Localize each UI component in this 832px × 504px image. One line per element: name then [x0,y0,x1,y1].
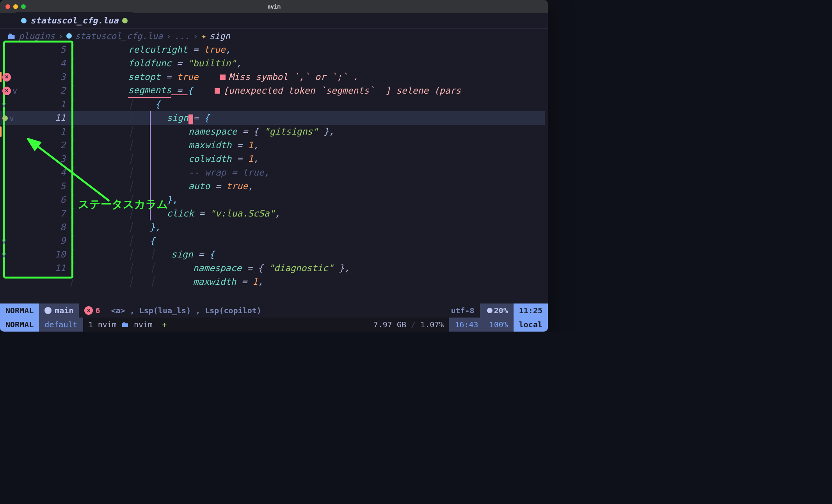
modified-icon [122,18,128,23]
tmux-time: 16:43 [449,318,484,332]
chevron-right-icon: › [58,30,63,43]
status-column[interactable]: 3 [0,152,69,166]
breadcrumb-folder[interactable]: plugins [19,30,55,43]
status-column[interactable]: 5 [0,43,69,57]
status-column[interactable]: v 10 [0,248,69,261]
status-column[interactable]: 7 [0,207,69,220]
freebsd-icon [487,308,492,313]
git-change-bar [0,72,2,82]
statusline-branch[interactable]: main [39,303,79,318]
status-column[interactable]: 4 [0,57,69,70]
folder-icon: 🖿 [121,319,129,330]
status-column[interactable]: 4 [0,166,69,179]
statusline-percent: 20% [480,303,514,318]
fold-marker-icon[interactable]: v [12,85,17,97]
tabline: statuscol_cfg.lua [0,13,548,29]
diagnostic-marker-icon [215,88,220,94]
breadcrumb-file[interactable]: statuscol_cfg.lua [75,30,163,43]
status-column[interactable]: 1 [0,125,69,138]
statusline-encoding: utf-8 [445,303,480,318]
fold-marker-icon[interactable]: v [2,249,6,261]
fold-marker-icon[interactable]: v [2,235,6,247]
breadcrumb-symbol[interactable]: sign [210,30,230,43]
status-column[interactable]: 5 [0,179,69,193]
chevron-right-icon: › [193,30,198,43]
status-column[interactable]: 8 [0,220,69,234]
symbol-icon: ✦ [201,30,206,43]
tab-filename: statuscol_cfg.lua [30,14,118,27]
status-column[interactable]: 6 [0,193,69,207]
status-column[interactable]: 11 [0,261,69,275]
git-change-bar [0,126,2,137]
statusline-diagnostics[interactable]: × 6 [79,303,105,318]
code-area[interactable]: ステータスカラム 5 │ relculright = true, 4 │ fol… [0,43,548,303]
tmux-session[interactable]: default [39,318,83,332]
cursor [188,114,194,124]
status-column[interactable]: × 3 [0,70,69,84]
tab-current-file[interactable]: statuscol_cfg.lua [16,12,133,28]
tmux-memory: 7.97 GB / 1.07% [368,318,450,332]
diagnostic-error-icon: × [84,306,93,315]
status-column[interactable]: v 11 [0,111,69,125]
winbar: 🖿 plugins › statuscol_cfg.lua › ... › ✦ … [0,29,548,43]
diagnostic-message: Miss symbol `,` or `;` . [229,70,358,84]
git-added-icon [2,115,8,121]
diagnostic-message: [unexpected token `segments` ] selene (p… [223,84,461,98]
diagnostic-error-icon[interactable]: × [2,73,11,82]
titlebar: nvim [0,0,548,13]
breadcrumb-ellipsis[interactable]: ... [174,30,190,43]
fold-marker-icon[interactable]: v [9,112,14,124]
tmux-battery: 100% [484,318,514,332]
status-column[interactable]: 2 [0,138,69,152]
chevron-right-icon: › [166,30,171,43]
diagnostic-marker-icon [220,75,226,80]
lua-file-icon [21,18,27,23]
status-column[interactable]: v 1 [0,98,69,111]
diagnostic-error-icon[interactable]: × [2,87,11,95]
tmux-window[interactable]: 1 nvim 🖿 nvim + [83,318,172,332]
statusline-mode: NORMAL [0,303,39,318]
tmux-host: local [514,318,548,332]
folder-icon: 🖿 [7,30,16,43]
tmux-mode: NORMAL [0,318,39,332]
fold-marker-icon[interactable]: v [2,99,6,110]
status-column[interactable]: × v 2 [0,84,69,98]
statusline-lsp: <a> , Lsp(lua_ls) , Lsp(copilot) [105,303,445,318]
statusline-position: 11:25 [514,303,548,318]
tmux-statusbar: NORMAL default 1 nvim 🖿 nvim + 7.97 GB /… [0,318,548,332]
lua-file-icon [66,33,72,39]
status-column[interactable]: v 9 [0,234,69,248]
github-icon [44,307,52,314]
statusline: NORMAL main × 6 <a> , Lsp(lua_ls) , Lsp(… [0,303,548,318]
window-title: nvim [0,3,548,11]
